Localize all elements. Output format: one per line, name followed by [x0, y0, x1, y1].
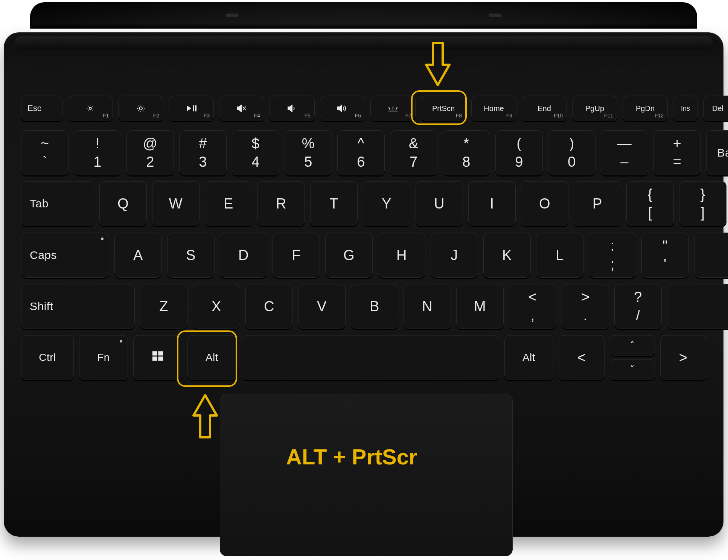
key-j[interactable]: J: [431, 233, 478, 278]
row-function: Esc F1 F2: [21, 96, 706, 121]
key-bracket-l[interactable]: { [: [626, 181, 674, 226]
key-f5[interactable]: F5: [270, 96, 315, 121]
key-top: +: [673, 135, 682, 152]
key-9[interactable]: ( 9: [495, 130, 543, 175]
key-bottom: 8: [462, 154, 471, 170]
key-alt-left[interactable]: Alt: [187, 335, 236, 380]
key-arrow-right[interactable]: >: [660, 335, 706, 380]
trackpad[interactable]: [220, 394, 513, 556]
key-arrow-left[interactable]: <: [559, 335, 605, 380]
brightness-up-icon: [136, 104, 145, 113]
key-q[interactable]: Q: [99, 181, 147, 226]
key-ins[interactable]: Ins: [673, 96, 698, 121]
key-t[interactable]: T: [310, 181, 358, 226]
key-d[interactable]: D: [220, 233, 267, 278]
key-home[interactable]: Home F9: [471, 96, 516, 121]
key-end[interactable]: End F10: [522, 96, 567, 121]
key-bottom: 0: [568, 154, 576, 170]
key-windows[interactable]: [133, 335, 182, 380]
key-caps[interactable]: Caps: [21, 233, 109, 278]
key-g[interactable]: G: [325, 233, 373, 278]
key-top: ?: [634, 289, 642, 305]
key-bottom: 5: [304, 154, 312, 170]
key-arrow-up[interactable]: ˄: [610, 335, 655, 356]
key-shift-right[interactable]: Shift: [667, 284, 728, 329]
key-bottom: –: [620, 154, 629, 170]
key-b[interactable]: B: [351, 284, 398, 329]
key-r[interactable]: R: [257, 181, 305, 226]
key-4[interactable]: $ 4: [232, 130, 279, 175]
key-f[interactable]: F: [273, 233, 320, 278]
key-m[interactable]: M: [456, 284, 504, 329]
key-2[interactable]: @ 2: [126, 130, 174, 175]
key-1[interactable]: ! 1: [74, 130, 121, 175]
key-f6[interactable]: F6: [320, 96, 365, 121]
key-l[interactable]: L: [536, 233, 583, 278]
key-label: End: [538, 104, 551, 113]
key-top: ^: [358, 135, 364, 152]
key-f3[interactable]: F3: [169, 96, 214, 121]
key-top: &: [409, 135, 419, 152]
key-dash[interactable]: — –: [601, 130, 648, 175]
key-space[interactable]: [242, 335, 499, 380]
key-5[interactable]: % 5: [285, 130, 332, 175]
brightness-down-icon: [86, 104, 94, 113]
key-f7[interactable]: F7: [370, 96, 416, 121]
key-quote[interactable]: " ': [641, 233, 689, 278]
key-ctrl[interactable]: Ctrl: [21, 335, 74, 380]
key-tilde[interactable]: ~ `: [21, 130, 69, 175]
key-top: }: [700, 186, 705, 202]
key-pgdn[interactable]: PgDn F12: [623, 96, 668, 121]
key-y[interactable]: Y: [363, 181, 410, 226]
key-f1[interactable]: F1: [68, 96, 113, 121]
key-k[interactable]: K: [483, 233, 531, 278]
key-period[interactable]: > .: [562, 284, 609, 329]
key-sub: F10: [554, 113, 563, 119]
key-i[interactable]: I: [468, 181, 516, 226]
key-prtscn[interactable]: PrtScn F8: [421, 96, 466, 121]
key-c[interactable]: C: [245, 284, 293, 329]
key-pgup[interactable]: PgUp F11: [572, 96, 617, 121]
key-u[interactable]: U: [416, 181, 463, 226]
key-a[interactable]: A: [114, 233, 162, 278]
key-x[interactable]: X: [193, 284, 240, 329]
key-equals[interactable]: + =: [653, 130, 701, 175]
key-f2[interactable]: F2: [118, 96, 163, 121]
key-z[interactable]: Z: [140, 284, 187, 329]
key-top: @: [143, 135, 157, 152]
svg-point-1: [139, 107, 142, 110]
key-e[interactable]: E: [205, 181, 252, 226]
key-3[interactable]: # 3: [179, 130, 227, 175]
key-slash[interactable]: ? /: [614, 284, 662, 329]
key-sub: F8: [456, 113, 462, 119]
key-esc[interactable]: Esc: [21, 96, 62, 121]
key-p[interactable]: P: [574, 181, 621, 226]
key-comma[interactable]: < ,: [509, 284, 556, 329]
play-pause-icon: [186, 105, 196, 112]
key-tab[interactable]: Tab: [21, 181, 94, 226]
key-semicolon[interactable]: : ;: [589, 233, 636, 278]
keyboard-diagram: . . . . . . . Esc F1 F2: [0, 0, 728, 560]
key-h[interactable]: H: [378, 233, 425, 278]
key-v[interactable]: V: [298, 284, 346, 329]
key-alt-right[interactable]: Alt: [504, 335, 553, 380]
key-8[interactable]: * 8: [443, 130, 490, 175]
key-7[interactable]: & 7: [390, 130, 437, 175]
key-6[interactable]: ^ 6: [337, 130, 385, 175]
key-backspace[interactable]: Backspace: [706, 130, 728, 175]
key-bottom: ': [664, 256, 667, 272]
key-enter[interactable]: Enter: [694, 233, 728, 278]
key-f4[interactable]: F4: [219, 96, 264, 121]
hinge-contacts: . . . . . . .: [335, 14, 393, 20]
key-n[interactable]: N: [404, 284, 451, 329]
key-s[interactable]: S: [167, 233, 215, 278]
key-fn[interactable]: Fn: [79, 335, 128, 380]
annotation-caption: ALT + PrtScr: [286, 444, 417, 469]
key-shift-left[interactable]: Shift: [21, 284, 135, 329]
key-o[interactable]: O: [521, 181, 568, 226]
key-arrow-down[interactable]: ˅: [610, 359, 655, 380]
key-del[interactable]: Del: [703, 96, 728, 121]
key-bracket-r[interactable]: } ]: [679, 181, 726, 226]
key-0[interactable]: ) 0: [548, 130, 595, 175]
key-w[interactable]: W: [152, 181, 200, 226]
